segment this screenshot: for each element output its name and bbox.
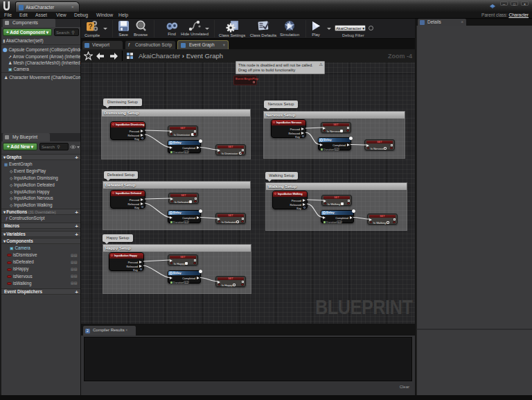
svg-text:?: ? (88, 23, 92, 31)
